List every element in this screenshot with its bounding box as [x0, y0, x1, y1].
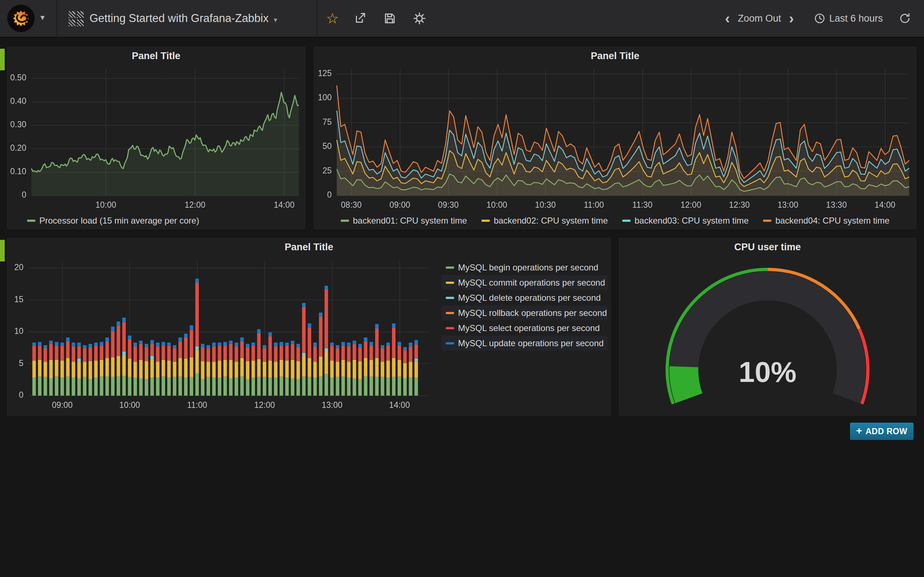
- legend-color-dash: [446, 342, 454, 344]
- processor-load-chart-canvas[interactable]: [8, 64, 305, 213]
- legend-item-label: backend01: CPU system time: [353, 216, 467, 226]
- legend-color-dash: [446, 266, 454, 269]
- legend-item-label: MySQL update operations per second: [458, 338, 604, 348]
- legend-color-dash: [481, 220, 490, 222]
- legend-color-dash: [622, 220, 630, 222]
- add-row-label: ADD ROW: [866, 427, 908, 436]
- legend-item[interactable]: backend01: CPU system time: [341, 216, 467, 226]
- time-range-label: Last 6 hours: [829, 13, 883, 24]
- legend-item[interactable]: MySQL update operations per second: [441, 336, 607, 351]
- star-icon: ☆: [326, 10, 339, 27]
- legend-item-label: backend03: CPU system time: [635, 216, 749, 226]
- panel-title[interactable]: Panel Title: [8, 47, 305, 64]
- legend-item[interactable]: backend04: CPU system time: [763, 216, 889, 226]
- legend: MySQL begin operations per secondMySQL c…: [439, 255, 610, 415]
- legend-color-dash: [446, 297, 454, 299]
- refresh-button[interactable]: [899, 12, 911, 24]
- share-icon: [354, 12, 367, 25]
- dashboard-settings-button[interactable]: [412, 0, 426, 37]
- legend-item[interactable]: MySQL begin operations per second: [441, 260, 607, 275]
- cpu-system-time-chart-canvas[interactable]: [314, 64, 916, 213]
- refresh-icon: [899, 12, 911, 24]
- legend-color-dash: [341, 220, 349, 222]
- grafana-dashboard: ▼ Getting Started with Grafana-Zabbix ▼ …: [0, 0, 924, 577]
- navbar-divider: [317, 0, 317, 37]
- add-row-button[interactable]: + ADD ROW: [850, 423, 914, 440]
- dashboard-title-dropdown[interactable]: Getting Started with Grafana-Zabbix ▼: [89, 0, 277, 37]
- mysql-operations-chart-canvas[interactable]: [8, 255, 439, 415]
- legend-color-dash: [446, 282, 454, 284]
- legend-item-label: MySQL begin operations per second: [458, 263, 598, 272]
- zoom-out-button[interactable]: Zoom Out: [738, 13, 781, 24]
- share-dashboard-button[interactable]: [354, 0, 367, 37]
- chevron-down-icon: ▼: [274, 17, 277, 23]
- legend-item-label: MySQL select operations per second: [458, 323, 600, 333]
- legend-item[interactable]: Processor load (15 min average per core): [27, 216, 199, 226]
- legend-item-label: backend04: CPU system time: [775, 216, 889, 226]
- legend-item[interactable]: backend02: CPU system time: [481, 216, 608, 226]
- legend-item-label: backend02: CPU system time: [494, 216, 608, 226]
- panel-mysql-operations: Panel Title MySQL begin operations per s…: [7, 238, 611, 416]
- legend-color-dash: [446, 312, 454, 314]
- grafana-flame-icon: [11, 9, 31, 28]
- star-dashboard-button[interactable]: ☆: [326, 0, 339, 37]
- row-toggle-handle[interactable]: [0, 240, 5, 261]
- legend-item[interactable]: MySQL commit operations per second: [441, 275, 607, 290]
- navbar: ▼ Getting Started with Grafana-Zabbix ▼ …: [0, 0, 924, 38]
- panel-title[interactable]: Panel Title: [8, 239, 611, 255]
- save-icon: [383, 12, 396, 25]
- legend-color-dash: [446, 327, 454, 329]
- legend-item[interactable]: MySQL delete operations per second: [441, 290, 607, 305]
- legend-item[interactable]: MySQL select operations per second: [441, 321, 607, 335]
- time-range-picker[interactable]: Last 6 hours: [814, 13, 883, 24]
- legend-item-label: Processor load (15 min average per core): [39, 216, 199, 226]
- legend: backend01: CPU system timebackend02: CPU…: [314, 213, 916, 228]
- gear-icon: [412, 11, 426, 25]
- row-toggle-handle[interactable]: [0, 49, 5, 70]
- cpu-user-time-gauge-canvas[interactable]: [619, 255, 916, 415]
- legend: Processor load (15 min average per core): [8, 213, 305, 228]
- panel-title[interactable]: Panel Title: [314, 47, 916, 64]
- navbar-divider: [56, 0, 57, 37]
- plus-icon: +: [856, 425, 862, 437]
- legend-color-dash: [27, 220, 36, 222]
- panel-processor-load: Panel Title Processor load (15 min avera…: [7, 47, 305, 229]
- save-dashboard-button[interactable]: [383, 0, 396, 37]
- panel-title[interactable]: CPU user time: [619, 239, 916, 255]
- legend-item-label: MySQL delete operations per second: [458, 293, 601, 303]
- grafana-logo[interactable]: [7, 5, 35, 32]
- dashboard-title: Getting Started with Grafana-Zabbix: [89, 12, 268, 25]
- chevron-down-icon[interactable]: ▼: [40, 15, 45, 21]
- time-controls: ‹ Zoom Out › Last 6 hours: [719, 0, 924, 37]
- legend-item-label: MySQL commit operations per second: [458, 278, 605, 288]
- dashboard-grid-icon: [69, 11, 84, 26]
- time-shift-right-button[interactable]: ›: [783, 2, 800, 35]
- time-shift-left-button[interactable]: ‹: [719, 2, 736, 35]
- legend-item[interactable]: backend03: CPU system time: [622, 216, 749, 226]
- clock-icon: [814, 13, 825, 24]
- panel-cpu-system-time: Panel Title backend01: CPU system timeba…: [314, 47, 916, 229]
- panel-cpu-user-time-gauge: CPU user time: [619, 238, 916, 416]
- legend-item-label: MySQL rollback operations per second: [458, 308, 607, 318]
- legend-item[interactable]: MySQL rollback operations per second: [441, 305, 607, 320]
- legend-color-dash: [763, 220, 771, 222]
